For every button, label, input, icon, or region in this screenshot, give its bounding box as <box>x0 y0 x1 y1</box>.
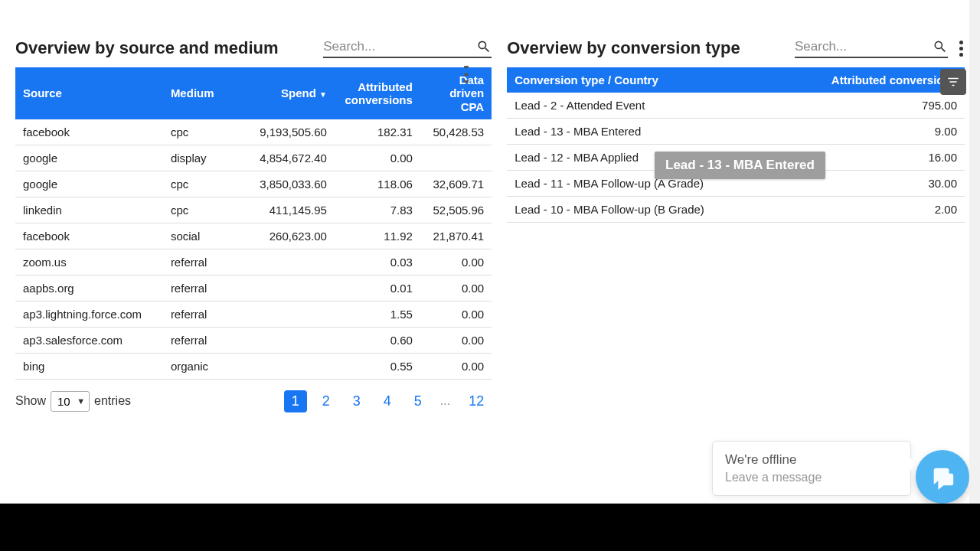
cell-cpa <box>420 145 492 171</box>
cell-source: google <box>15 171 163 197</box>
chat-fab[interactable] <box>916 450 969 504</box>
cell-medium: cpc <box>163 171 234 197</box>
cell-medium: cpc <box>163 197 234 223</box>
cell-cpa: 21,870.41 <box>420 223 492 249</box>
table-row[interactable]: facebooksocial260,623.0011.9221,870.41 <box>15 223 492 249</box>
page-5[interactable]: 5 <box>407 390 430 412</box>
col-medium[interactable]: Medium <box>163 67 234 119</box>
cell-spend: 260,623.00 <box>234 223 335 249</box>
cell-conversion-type: Lead - 2 - Attended Event <box>507 93 809 119</box>
table-row[interactable]: googlecpc3,850,033.60118.0632,609.71 <box>15 171 492 197</box>
cell-source: aapbs.org <box>15 275 163 301</box>
cell-cpa: 0.00 <box>420 353 492 379</box>
cell-spend <box>234 301 335 327</box>
sort-desc-icon: ▼ <box>319 90 327 99</box>
cell-source: google <box>15 145 163 171</box>
cell-cpa: 52,505.96 <box>420 197 492 223</box>
cell-spend: 3,850,033.60 <box>234 171 335 197</box>
table-row[interactable]: bingorganic0.550.00 <box>15 353 492 379</box>
col-conversion-type[interactable]: Conversion type / Country <box>507 67 809 93</box>
table-row[interactable]: Lead - 10 - MBA Follow-up (B Grade)2.00 <box>507 197 965 223</box>
cell-conversions: 0.03 <box>335 249 420 275</box>
cell-spend <box>234 249 335 275</box>
cell-conversions: 9.00 <box>809 119 965 145</box>
col-data-driven-cpa[interactable]: DatadrivenCPA <box>420 67 492 119</box>
cell-conversions: 16.00 <box>809 145 965 171</box>
cell-spend: 411,145.95 <box>234 197 335 223</box>
table-row[interactable]: linkedincpc411,145.957.8352,505.96 <box>15 197 492 223</box>
chat-title: We're offline <box>725 452 898 468</box>
page-12[interactable]: 12 <box>461 390 492 412</box>
table-row[interactable]: ap3.lightning.force.comreferral1.550.00 <box>15 301 492 327</box>
cell-spend: 4,854,672.40 <box>234 145 335 171</box>
table-row[interactable]: Lead - 2 - Attended Event795.00 <box>507 93 965 119</box>
cell-medium: referral <box>163 301 234 327</box>
cell-cpa: 0.00 <box>420 249 492 275</box>
table-row[interactable]: facebookcpc9,193,505.60182.3150,428.53 <box>15 119 492 145</box>
bottom-bar <box>0 504 980 551</box>
cell-medium: display <box>163 145 234 171</box>
page-3[interactable]: 3 <box>345 390 368 412</box>
table-row[interactable]: ap3.salesforce.comreferral0.600.00 <box>15 327 492 353</box>
cell-conversions: 0.00 <box>335 145 420 171</box>
show-entries: Show 10 ▼ entries <box>15 391 131 412</box>
cell-conversions: 0.01 <box>335 275 420 301</box>
cell-medium: organic <box>163 353 234 379</box>
cell-source: bing <box>15 353 163 379</box>
col-attributed-conversions[interactable]: Attributedconversions <box>335 67 420 119</box>
table-source-medium: Source Medium Spend▼ Attributedconversio… <box>15 67 492 380</box>
cell-conversions: 182.31 <box>335 119 420 145</box>
search-icon[interactable] <box>476 38 492 55</box>
cell-medium: referral <box>163 249 234 275</box>
resize-handle[interactable] <box>464 66 469 83</box>
vertical-scrollbar[interactable] <box>969 0 980 504</box>
table-conversion-type: Conversion type / Country Attributed con… <box>507 67 965 223</box>
cell-spend <box>234 327 335 353</box>
cell-conversions: 795.00 <box>809 93 965 119</box>
cell-source: linkedin <box>15 197 163 223</box>
cell-medium: cpc <box>163 119 234 145</box>
search-icon[interactable] <box>933 38 948 55</box>
panel-title-left: Overview by source and medium <box>15 38 279 58</box>
table-row[interactable]: Lead - 13 - MBA Entered9.00 <box>507 119 965 145</box>
filter-button[interactable] <box>940 69 966 95</box>
cell-spend <box>234 353 335 379</box>
table-row[interactable]: aapbs.orgreferral0.010.00 <box>15 275 492 301</box>
chat-icon <box>929 464 956 490</box>
cell-source: facebook <box>15 223 163 249</box>
cell-source: facebook <box>15 119 163 145</box>
search-input-right[interactable] <box>795 39 933 54</box>
cell-cpa: 0.00 <box>420 327 492 353</box>
search-input-left[interactable] <box>323 39 476 54</box>
page-ellipsis: ... <box>437 394 453 408</box>
chat-popup[interactable]: We're offline Leave a message <box>712 441 911 496</box>
filter-icon <box>946 75 960 89</box>
col-spend[interactable]: Spend▼ <box>234 67 335 119</box>
cell-cpa: 32,609.71 <box>420 171 492 197</box>
page-1[interactable]: 1 <box>284 390 307 412</box>
table-row[interactable]: zoom.usreferral0.030.00 <box>15 249 492 275</box>
cell-spend <box>234 275 335 301</box>
cell-conversions: 11.92 <box>335 223 420 249</box>
cell-cpa: 0.00 <box>420 275 492 301</box>
page-4[interactable]: 4 <box>376 390 399 412</box>
tooltip: Lead - 13 - MBA Entered <box>655 152 825 179</box>
page-2[interactable]: 2 <box>315 390 338 412</box>
panel-conversion-type: Overview by conversion type Conversion t… <box>507 38 965 412</box>
kebab-menu[interactable] <box>957 41 965 57</box>
cell-conversions: 1.55 <box>335 301 420 327</box>
cell-conversions: 30.00 <box>809 171 965 197</box>
pagination: 12345...12 <box>284 390 492 412</box>
cell-source: zoom.us <box>15 249 163 275</box>
cell-conversions: 118.06 <box>335 171 420 197</box>
table-row[interactable]: googledisplay4,854,672.400.00 <box>15 145 492 171</box>
entries-select[interactable]: 10 <box>51 391 90 412</box>
cell-conversion-type: Lead - 13 - MBA Entered <box>507 119 809 145</box>
search-right[interactable] <box>795 38 948 58</box>
search-left[interactable] <box>323 38 492 58</box>
cell-source: ap3.lightning.force.com <box>15 301 163 327</box>
col-source[interactable]: Source <box>15 67 163 119</box>
cell-medium: referral <box>163 275 234 301</box>
panel-title-right: Overview by conversion type <box>507 38 740 58</box>
cell-source: ap3.salesforce.com <box>15 327 163 353</box>
